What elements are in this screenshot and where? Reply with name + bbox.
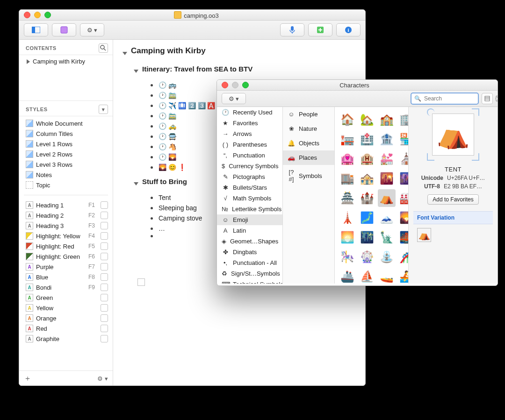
emoji-cell[interactable]: 🗾 [358, 209, 376, 227]
style-checkbox[interactable] [101, 222, 108, 229]
emoji-cell[interactable]: 🎠 [339, 248, 356, 266]
category-item[interactable]: ALatin [217, 225, 282, 236]
category-item[interactable]: 🕐Recently Used [217, 107, 282, 118]
style-item[interactable]: AGraphite [19, 334, 113, 344]
category-item[interactable]: $Currency Symbols [217, 161, 282, 171]
style-item[interactable]: AOrange [19, 313, 113, 323]
style-item[interactable]: ABondiF9 [19, 282, 113, 292]
emoji-cell[interactable]: 🌇 [378, 170, 396, 187]
emoji-cell[interactable]: 🏥 [358, 130, 376, 148]
subcategory-list[interactable]: ☺People❀Nature🔔Objects🚗Places[?#]Symbols [283, 107, 335, 284]
emoji-cell[interactable]: 🏯 [339, 189, 356, 207]
emoji-cell[interactable]: 🗽 [378, 228, 396, 246]
style-item[interactable]: AGreen [19, 292, 113, 303]
emoji-cell[interactable]: 🏣 [339, 130, 356, 148]
font-variation-glyph[interactable]: ⛺ [417, 228, 431, 242]
zoom-icon[interactable] [44, 12, 51, 18]
titlebar[interactable]: camping.oo3 [19, 10, 365, 21]
search-input[interactable]: 🔍 ✕ [411, 93, 479, 105]
emoji-cell[interactable]: 🏪 [397, 130, 408, 148]
emoji-cell[interactable]: ⛺ [378, 189, 396, 207]
chevron-down-icon[interactable] [134, 70, 138, 73]
emoji-cell[interactable]: 🏭 [397, 189, 408, 207]
emoji-cell[interactable]: 🌉 [397, 228, 408, 246]
style-checkbox[interactable] [101, 263, 108, 271]
emoji-cell[interactable]: 🏠 [339, 111, 356, 128]
emoji-cell[interactable]: 🎡 [358, 248, 376, 266]
style-checkbox[interactable] [101, 325, 108, 332]
style-item[interactable]: Level 1 Rows [19, 139, 113, 149]
emoji-cell[interactable]: 🚣 [397, 268, 408, 284]
inspector-button[interactable]: i [336, 23, 361, 36]
close-icon[interactable] [222, 82, 228, 88]
style-checkbox[interactable] [101, 314, 108, 322]
emoji-cell[interactable]: 🏩 [339, 150, 356, 168]
emoji-cell[interactable]: 🌄 [397, 209, 408, 227]
category-item[interactable]: ★Favorites [217, 118, 282, 128]
style-checkbox[interactable] [101, 284, 108, 291]
toggle-styles-panel-button[interactable] [52, 23, 76, 36]
clear-icon[interactable]: ✕ [495, 95, 498, 102]
section-title[interactable]: Stuff to Bring [142, 178, 187, 185]
chars-gear-button[interactable]: ⚙︎ ▾ [222, 93, 246, 104]
category-item[interactable]: ( )Parentheses [217, 139, 282, 150]
emoji-cell[interactable]: 💒 [378, 150, 396, 168]
emoji-cell[interactable]: ⛪ [397, 150, 408, 168]
style-item[interactable]: Notes [19, 170, 113, 180]
titlebar[interactable]: Characters [217, 80, 498, 91]
emoji-cell[interactable]: 🌃 [358, 228, 376, 246]
category-item[interactable]: “,Punctuation [217, 150, 282, 161]
style-checkbox[interactable] [101, 304, 108, 312]
emoji-cell[interactable]: ⛲ [378, 248, 396, 266]
style-checkbox[interactable] [101, 273, 108, 281]
style-item[interactable]: Highlight: RedF5 [19, 241, 113, 251]
emoji-cell[interactable]: 🌆 [397, 170, 408, 187]
style-item[interactable]: Highlight: YellowF4 [19, 231, 113, 241]
section-title[interactable]: Itinerary: Travel from SEA to BTV [142, 65, 252, 73]
subcategory-item[interactable]: 🔔Objects [283, 136, 334, 150]
subcategory-item[interactable]: ☺People [283, 107, 334, 121]
emoji-cell[interactable]: 🏤 [358, 170, 376, 187]
subcategory-item[interactable]: 🚗Places [283, 150, 334, 165]
category-list[interactable]: 🕐Recently Used★Favorites→Arrows( )Parent… [217, 107, 283, 284]
category-item[interactable]: ♻Sign/St…Symbols [217, 268, 282, 279]
style-item[interactable]: Level 3 Rows [19, 159, 113, 170]
category-item[interactable]: →Arrows [217, 128, 282, 139]
category-item[interactable]: ✱Bullets/Stars [217, 182, 282, 193]
outline-title[interactable]: Camping with Kirby [131, 46, 206, 56]
subcategory-item[interactable]: [?#]Symbols [283, 165, 334, 186]
style-checkbox[interactable] [101, 232, 108, 240]
style-item[interactable]: AHeading 2F2 [19, 210, 113, 221]
style-checkbox[interactable] [101, 201, 108, 209]
category-item[interactable]: ⌨Technical Symbols [217, 279, 282, 284]
view-mode-button[interactable] [482, 93, 493, 104]
style-checkbox[interactable] [101, 335, 108, 342]
zoom-icon[interactable] [242, 82, 249, 88]
contents-item[interactable]: Camping with Kirby [19, 55, 113, 68]
subcategory-item[interactable]: ❀Nature [283, 121, 334, 136]
chevron-down-icon[interactable] [123, 52, 127, 55]
emoji-cell[interactable]: 🏨 [358, 150, 376, 168]
add-row-button[interactable] [308, 23, 332, 36]
emoji-cell[interactable]: 🗻 [378, 209, 396, 227]
emoji-cell[interactable]: 🎢 [397, 248, 408, 266]
style-item[interactable]: Column Titles [19, 128, 113, 139]
category-item[interactable]: •,Punctuation - All [217, 257, 282, 268]
emoji-cell[interactable]: 🗼 [339, 209, 356, 227]
style-item[interactable]: ARed [19, 323, 113, 334]
category-item[interactable]: №Letterlike Symbols [217, 204, 282, 214]
category-item[interactable]: ◈Geomet…Shapes [217, 236, 282, 247]
style-checkbox[interactable] [101, 294, 108, 301]
emoji-grid[interactable]: 🏠🏡🏫🏢🏣🏥🏦🏪🏩🏨💒⛪🏬🏤🌇🌆🏯🏰⛺🏭🗼🗾🗻🌄🌅🌃🗽🌉🎠🎡⛲🎢🚢⛵🚤🚣⚓🚀✈️… [335, 107, 408, 284]
emoji-cell[interactable]: 🏰 [358, 189, 376, 207]
minimize-icon[interactable] [34, 12, 41, 18]
search-icon[interactable] [99, 43, 108, 53]
style-checkbox[interactable] [101, 242, 108, 250]
doc-settings-button[interactable]: ⚙︎ ▾ [80, 23, 104, 36]
emoji-cell[interactable]: 🏢 [397, 111, 408, 128]
note-icon[interactable] [137, 278, 145, 286]
style-item[interactable]: APurpleF7 [19, 262, 113, 272]
style-gear-button[interactable]: ⚙︎ ▾ [97, 375, 108, 382]
style-item[interactable]: ABlueF8 [19, 272, 113, 282]
style-item[interactable]: AYellow [19, 303, 113, 313]
